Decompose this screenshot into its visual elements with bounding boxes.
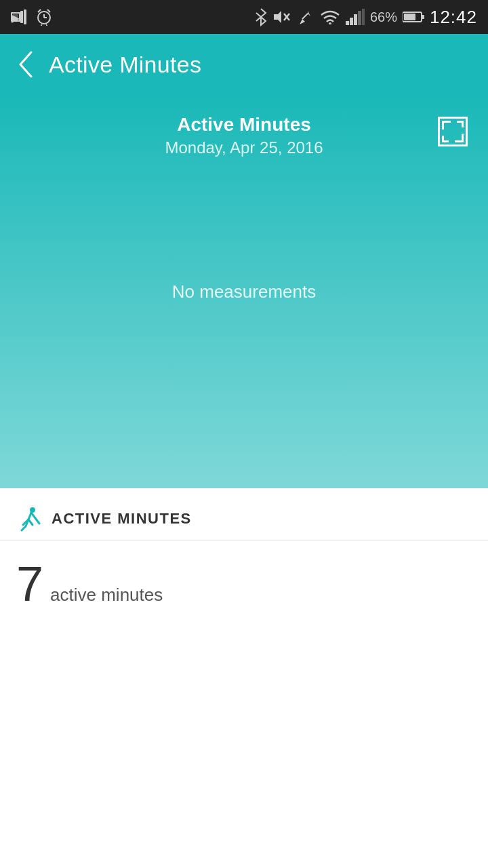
media-icon: ▶ <box>11 9 28 24</box>
chart-title: Active Minutes <box>177 114 311 136</box>
back-button[interactable] <box>16 50 35 79</box>
svg-line-11 <box>41 24 42 26</box>
expand-corner-bl <box>442 136 449 142</box>
chart-title-group: Active Minutes Monday, Apr 25, 2016 <box>50 114 438 157</box>
svg-rect-4 <box>24 9 26 24</box>
svg-rect-19 <box>346 21 349 25</box>
svg-rect-23 <box>362 9 365 25</box>
status-bar-left-icons: ▶ <box>11 8 53 26</box>
svg-rect-26 <box>404 14 415 20</box>
svg-rect-21 <box>354 14 357 25</box>
svg-line-9 <box>38 9 41 12</box>
svg-marker-16 <box>308 11 310 16</box>
chart-date: Monday, Apr 25, 2016 <box>165 138 323 157</box>
stat-label: active minutes <box>50 585 163 606</box>
running-icon <box>16 506 42 532</box>
expand-corners-icon <box>442 121 464 142</box>
status-time: 12:42 <box>430 7 477 28</box>
svg-line-10 <box>47 9 50 12</box>
chart-header: Active Minutes Monday, Apr 25, 2016 <box>0 95 488 157</box>
battery-icon <box>403 11 424 23</box>
section-header: ACTIVE MINUTES <box>0 488 488 540</box>
stat-value: 7 <box>16 559 43 608</box>
alarm-icon <box>35 8 53 26</box>
status-bar-right-icons: 66% 12:42 <box>255 7 477 28</box>
stats-row: 7 active minutes <box>0 540 488 622</box>
chart-area: Active Minutes Monday, Apr 25, 2016 No m… <box>0 95 488 488</box>
wifi-icon <box>320 9 340 24</box>
status-bar: ▶ <box>0 0 488 34</box>
app-bar-title: Active Minutes <box>49 52 201 78</box>
svg-line-12 <box>46 24 47 26</box>
mute-icon <box>272 8 290 26</box>
expand-button[interactable] <box>438 117 468 146</box>
app-bar: Active Minutes <box>0 34 488 95</box>
signal-transfer-icon <box>296 8 314 26</box>
svg-rect-20 <box>350 18 353 25</box>
svg-point-18 <box>329 22 331 24</box>
svg-text:▶: ▶ <box>12 12 20 24</box>
expand-corner-tr <box>457 121 464 127</box>
svg-line-17 <box>302 14 308 19</box>
no-measurements-text: No measurements <box>172 281 316 302</box>
svg-rect-3 <box>20 11 23 23</box>
svg-rect-22 <box>358 11 361 25</box>
battery-pct: 66% <box>370 9 397 25</box>
svg-marker-15 <box>300 19 305 24</box>
bluetooth-icon <box>255 7 267 26</box>
signal-bars-icon <box>346 9 365 25</box>
section-title: ACTIVE MINUTES <box>52 510 192 528</box>
svg-rect-25 <box>422 15 424 19</box>
content-area: ACTIVE MINUTES 7 active minutes <box>0 488 488 622</box>
